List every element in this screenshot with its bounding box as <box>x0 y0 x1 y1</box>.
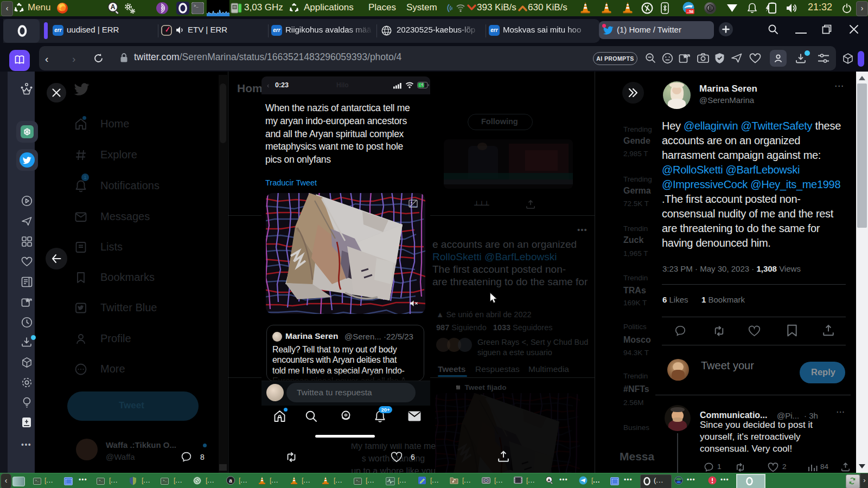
svg-text:A: A <box>547 478 551 483</box>
svg-text:a: a <box>229 478 232 484</box>
